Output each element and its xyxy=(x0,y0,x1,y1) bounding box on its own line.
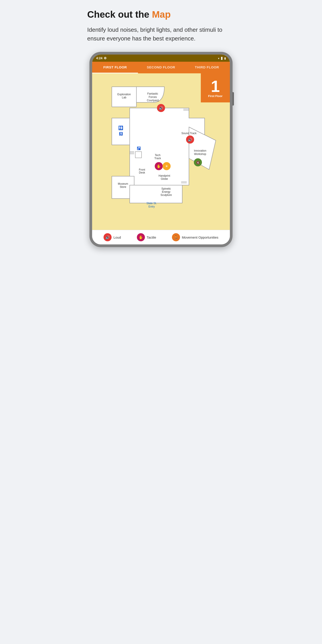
svg-text:🚰: 🚰 xyxy=(137,146,141,150)
tab-second-floor[interactable]: SECOND FLOOR xyxy=(138,62,184,73)
page-content: Check out the Map Identify loud noises, … xyxy=(80,0,242,252)
svg-text:Energy: Energy xyxy=(162,190,170,194)
phone-mockup: 4:24 FIRST FLOOR SECOND FLOOR THIRD FLOO… xyxy=(87,52,235,247)
svg-text:Tech: Tech xyxy=(155,154,160,157)
svg-text:Globe: Globe xyxy=(161,177,168,180)
page-headline: Check out the Map xyxy=(87,9,235,20)
floor-map-svg: ⬆⬇ 🚻 ♿ 🚰 xyxy=(92,73,230,230)
svg-text:☀: ☀ xyxy=(165,164,168,168)
svg-text:Spinetic: Spinetic xyxy=(162,187,171,190)
svg-text:Lab: Lab xyxy=(122,96,126,99)
svg-text:Innovation: Innovation xyxy=(194,149,206,152)
legend-bar: 🔊 Loud ✋ Tactile 🏃 Movement Opportunitie… xyxy=(92,230,230,244)
svg-text:🚻: 🚻 xyxy=(118,126,124,130)
svg-text:Sculpture: Sculpture xyxy=(160,194,172,196)
gear-icon xyxy=(104,56,107,60)
legend-loud: 🔊 Loud xyxy=(104,233,121,241)
headline-highlight: Map xyxy=(152,9,170,20)
svg-text:✋: ✋ xyxy=(156,164,161,168)
svg-text:Sound Track: Sound Track xyxy=(181,132,196,135)
svg-text:Workshop: Workshop xyxy=(194,152,206,156)
legend-tactile: ✋ Tactile xyxy=(137,233,156,241)
svg-text:State St.: State St. xyxy=(146,202,157,205)
tab-first-floor[interactable]: FIRST FLOOR xyxy=(92,62,138,73)
svg-text:Desk: Desk xyxy=(139,171,145,174)
legend-movement-icon: 🏃 xyxy=(172,233,180,241)
page-subtitle: Identify loud noises, bright lights, and… xyxy=(87,26,235,43)
svg-text:Handprint: Handprint xyxy=(158,174,170,177)
map-svg-container: ⬆⬇ 🚻 ♿ 🚰 xyxy=(92,73,230,230)
legend-loud-label: Loud xyxy=(113,236,121,239)
tab-third-floor[interactable]: THIRD FLOOR xyxy=(184,62,230,73)
svg-text:♿: ♿ xyxy=(119,132,123,136)
svg-text:Forces: Forces xyxy=(149,96,157,98)
phone-frame: 4:24 FIRST FLOOR SECOND FLOOR THIRD FLOO… xyxy=(90,52,232,247)
svg-text:Front: Front xyxy=(139,168,145,171)
svg-text:Courtyard: Courtyard xyxy=(147,99,159,102)
battery-icon xyxy=(224,56,226,60)
status-left: 4:24 xyxy=(96,56,107,60)
svg-text:Museum: Museum xyxy=(118,182,128,185)
legend-movement-label: Movement Opportunities xyxy=(182,236,218,239)
phone-screen: 4:24 FIRST FLOOR SECOND FLOOR THIRD FLOO… xyxy=(92,54,230,244)
signal-icon xyxy=(221,56,223,60)
map-area: 1 First Floor xyxy=(92,73,230,230)
legend-loud-icon: 🔊 xyxy=(104,233,112,241)
svg-text:🔊: 🔊 xyxy=(159,106,163,110)
legend-movement: 🏃 Movement Opportunities xyxy=(172,233,218,241)
time-display: 4:24 xyxy=(96,56,102,60)
legend-tactile-label: Tactile xyxy=(147,236,156,239)
wifi-icon xyxy=(218,56,220,60)
headline-plain: Check out the xyxy=(87,9,152,20)
svg-text:Entry: Entry xyxy=(148,205,155,208)
status-bar: 4:24 xyxy=(92,54,230,62)
legend-tactile-icon: ✋ xyxy=(137,233,145,241)
svg-text:🔇: 🔇 xyxy=(196,161,200,164)
phone-side-button xyxy=(232,92,234,106)
svg-text:Exploration: Exploration xyxy=(118,93,131,96)
svg-text:Fantastic: Fantastic xyxy=(147,92,158,95)
svg-rect-1 xyxy=(112,118,130,145)
svg-text:🔊: 🔊 xyxy=(188,138,192,142)
status-right xyxy=(218,56,226,60)
svg-text:Store: Store xyxy=(120,185,126,188)
app-tab-bar: FIRST FLOOR SECOND FLOOR THIRD FLOOR xyxy=(92,62,230,73)
svg-text:Track: Track xyxy=(154,157,161,160)
